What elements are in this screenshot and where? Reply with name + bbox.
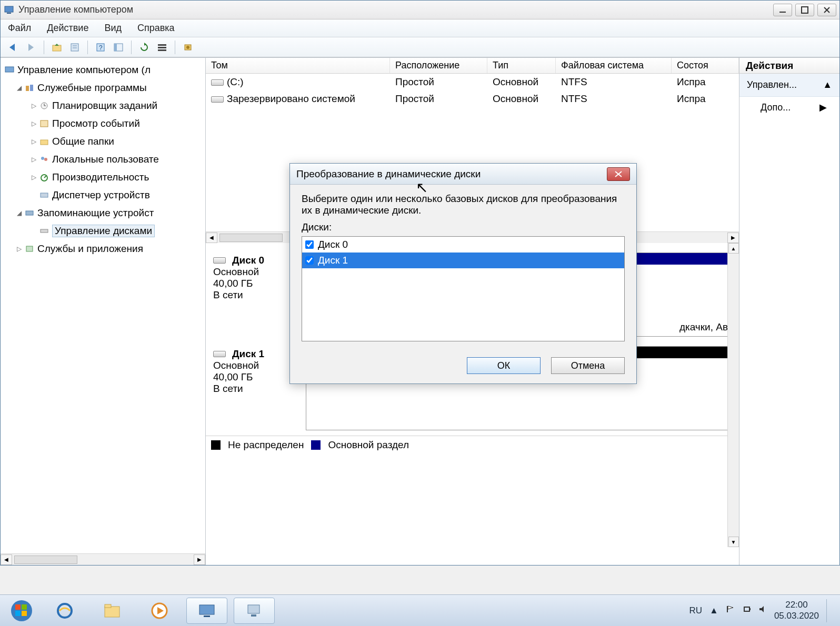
tree-local-users[interactable]: ▷ Локальные пользовате [3, 150, 203, 168]
scroll-right-icon[interactable]: ▶ [727, 233, 739, 243]
scroll-thumb[interactable] [14, 556, 77, 564]
refresh-button[interactable] [137, 40, 152, 55]
volume-icon [211, 79, 224, 86]
col-layout[interactable]: Расположение [390, 58, 487, 73]
tree-root[interactable]: Управление компьютером (л [3, 61, 203, 79]
scroll-up-icon[interactable]: ▲ [728, 243, 739, 254]
dialog-close-button[interactable] [607, 167, 630, 181]
svg-rect-42 [15, 604, 21, 610]
help-button[interactable]: ? [93, 40, 108, 55]
show-desktop-button[interactable] [826, 599, 833, 622]
minimize-button[interactable] [773, 4, 792, 16]
tree-hscroll[interactable]: ◀ ▶ [1, 553, 205, 565]
columns-button[interactable] [111, 40, 126, 55]
volume-row[interactable]: (C:) Простой Основной NTFS Испра [206, 74, 739, 90]
taskbar-mmc[interactable] [186, 598, 227, 624]
lang-indicator[interactable]: RU [689, 605, 703, 616]
collapse-icon[interactable]: ◢ [14, 84, 24, 92]
settings-button[interactable] [181, 40, 195, 55]
col-type[interactable]: Тип [487, 58, 556, 73]
clock[interactable]: 22:00 05.03.2020 [774, 600, 819, 621]
svg-rect-16 [114, 44, 117, 51]
svg-rect-44 [15, 611, 21, 616]
tree-shared-folders[interactable]: ▷ Общие папки [3, 133, 203, 150]
actions-item[interactable]: Управлен... ▲ [739, 74, 839, 97]
menu-view[interactable]: Вид [104, 23, 122, 34]
svg-line-34 [44, 176, 46, 178]
services-icon [24, 244, 35, 254]
disk-list-item[interactable]: Диск 1 [302, 253, 624, 268]
up-button[interactable] [49, 40, 64, 55]
cancel-button[interactable]: Отмена [551, 357, 625, 374]
speaker-icon[interactable] [758, 605, 767, 616]
tree-system-tools[interactable]: ◢ Служебные программы [3, 79, 203, 97]
actions-subitem[interactable]: Допо... ▶ [739, 97, 839, 118]
svg-rect-35 [41, 193, 48, 197]
tree-device-manager[interactable]: Диспетчер устройств [3, 186, 203, 204]
expand-icon[interactable]: ▷ [29, 102, 38, 109]
expand-icon[interactable]: ▷ [29, 120, 38, 127]
diskmap-vscroll[interactable]: ▲ ▼ [727, 243, 739, 547]
scroll-left-icon[interactable]: ◀ [206, 233, 217, 243]
tools-icon [24, 83, 35, 93]
close-button[interactable] [817, 4, 836, 16]
actions-pane: Действия Управлен... ▲ Допо... ▶ [739, 58, 839, 565]
event-icon [38, 119, 50, 128]
tree-disk-management[interactable]: Управление дисками [3, 222, 203, 240]
titlebar: Управление компьютером [1, 1, 839, 19]
expand-icon[interactable]: ▷ [29, 156, 38, 163]
forward-button[interactable] [24, 40, 38, 55]
tree-scheduler[interactable]: ▷ Планировщик заданий [3, 97, 203, 115]
actions-title: Действия [739, 58, 839, 74]
maximize-button[interactable] [795, 4, 814, 16]
menubar: Файл Действие Вид Справка [1, 19, 839, 37]
volume-row[interactable]: Зарезервировано системой Простой Основно… [206, 90, 739, 107]
scroll-right-icon[interactable]: ▶ [194, 554, 205, 565]
svg-rect-53 [248, 605, 259, 613]
menu-file[interactable]: Файл [8, 23, 31, 34]
expand-icon[interactable]: ▷ [29, 174, 38, 181]
scroll-left-icon[interactable]: ◀ [1, 554, 12, 565]
ok-button[interactable]: ОК [467, 357, 541, 374]
svg-rect-2 [779, 12, 786, 13]
col-volume[interactable]: Том [206, 58, 390, 73]
dialog-title-text: Преобразование в динамические диски [296, 168, 481, 180]
clock-icon [38, 101, 50, 110]
performance-icon [38, 173, 50, 182]
taskbar-compmgmt[interactable] [234, 598, 275, 624]
tray-arrow-icon[interactable]: ▲ [709, 605, 718, 616]
taskbar-explorer[interactable] [92, 598, 133, 624]
col-fs[interactable]: Файловая система [556, 58, 672, 73]
power-icon[interactable] [743, 605, 751, 616]
disk-list-item[interactable]: Диск 0 [302, 237, 624, 253]
svg-rect-36 [26, 211, 33, 215]
expand-icon[interactable]: ▷ [29, 138, 38, 145]
col-status[interactable]: Состоя [672, 58, 739, 73]
scroll-thumb[interactable] [219, 234, 283, 242]
start-button[interactable] [2, 597, 41, 625]
disk1-checkbox[interactable] [305, 256, 314, 265]
props-button[interactable] [67, 40, 82, 55]
flag-icon[interactable] [726, 605, 735, 616]
list-button[interactable] [155, 40, 169, 55]
taskbar-ie[interactable] [44, 598, 85, 624]
disk-icon [213, 257, 226, 264]
svg-point-22 [186, 46, 189, 49]
menu-action[interactable]: Действие [47, 23, 88, 34]
dialog-titlebar[interactable]: Преобразование в динамические диски [290, 164, 636, 185]
collapse-icon[interactable]: ◢ [14, 209, 24, 217]
tree-storage[interactable]: ◢ Запоминающие устройст [3, 204, 203, 222]
svg-rect-37 [41, 229, 48, 233]
tree-performance[interactable]: ▷ Производительность [3, 168, 203, 186]
back-button[interactable] [6, 40, 21, 55]
taskbar-media[interactable] [139, 598, 180, 624]
computer-icon [4, 65, 15, 75]
scroll-down-icon[interactable]: ▼ [728, 537, 739, 547]
tree-event-viewer[interactable]: ▷ Просмотр событий [3, 115, 203, 133]
disk0-checkbox[interactable] [305, 240, 314, 249]
tree: Управление компьютером (л ◢ Служебные пр… [1, 58, 205, 553]
svg-rect-24 [26, 86, 29, 91]
tree-services-apps[interactable]: ▷ Службы и приложения [3, 240, 203, 258]
expand-icon[interactable]: ▷ [14, 245, 24, 253]
menu-help[interactable]: Справка [137, 23, 175, 34]
